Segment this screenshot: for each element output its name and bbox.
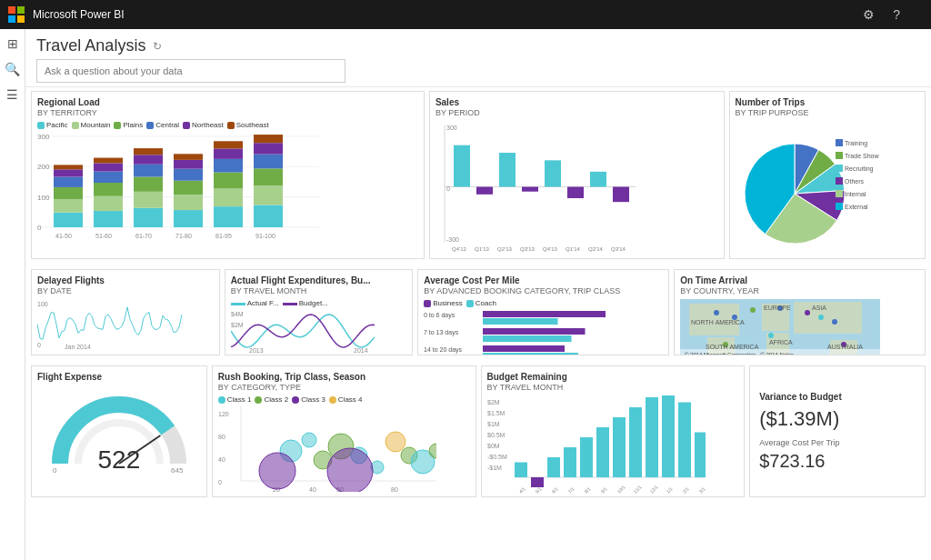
- trips-title: Number of Trips: [736, 97, 919, 107]
- refresh-icon[interactable]: ↻: [153, 40, 162, 53]
- flight-expense-card: Flight Expense 522: [31, 365, 207, 497]
- trips-chart: [736, 121, 881, 257]
- regional-load-legend: Pacific Mountain Plains Central Northeas…: [37, 121, 418, 129]
- gear-icon[interactable]: ⚙: [857, 7, 880, 22]
- variance-title: Variance to Budget: [759, 392, 916, 402]
- sales-title: Sales: [435, 97, 718, 107]
- msft-logo: [7, 5, 25, 24]
- regional-load-subtitle: BY TERRITORY: [37, 108, 418, 117]
- avg-cost-subtitle: BY ADVANCED BOOKING CATEGORY, TRIP CLASS: [424, 286, 663, 295]
- avg-cost-legend: Business Coach: [424, 299, 663, 307]
- delayed-chart: [37, 299, 183, 349]
- map-canvas: [680, 299, 880, 355]
- svg-rect-1: [17, 6, 25, 14]
- svg-rect-3: [17, 15, 25, 23]
- variance-value: ($1.39M): [759, 407, 916, 431]
- regional-load-card: Regional Load BY TERRITORY Pacific Mount…: [31, 91, 425, 259]
- avg-cost-trip-label: Average Cost Per Trip: [759, 438, 916, 447]
- flight-exp-title: Flight Expense: [37, 372, 201, 382]
- budget-large-title: Budget Remaining: [487, 372, 739, 382]
- sidebar: ⊞ 🔍 ☰: [0, 29, 25, 560]
- sidebar-search-icon[interactable]: 🔍: [5, 62, 20, 76]
- exp-title: Actual Flight Expenditures, Bu...: [231, 275, 407, 285]
- top-bar: Microsoft Power BI ⚙ ?: [0, 0, 931, 29]
- rush-subtitle: BY CATEGORY, TYPE: [218, 383, 470, 392]
- svg-rect-2: [8, 15, 15, 23]
- sidebar-nav-icon[interactable]: ☰: [6, 87, 18, 102]
- avg-cost-title: Average Cost Per Mile: [424, 275, 663, 285]
- delayed-flights-card: Delayed Flights BY DATE: [31, 269, 220, 355]
- avg-cost-card: Average Cost Per Mile BY ADVANCED BOOKIN…: [417, 269, 669, 355]
- dashboard-row-3: Flight Expense 522 Rush Booking, Trip Cl…: [31, 365, 926, 497]
- trips-card: Number of Trips BY TRIP PURPOSE: [729, 91, 926, 259]
- sales-chart: [435, 121, 636, 253]
- delayed-title: Delayed Flights: [37, 275, 214, 285]
- app-name: Microsoft Power BI: [33, 8, 125, 21]
- delayed-subtitle: BY DATE: [37, 286, 214, 295]
- rush-title: Rush Booking, Trip Class, Season: [218, 372, 470, 382]
- regional-load-title: Regional Load: [37, 97, 418, 107]
- budget-large-card: Budget Remaining BY TRAVEL MONTH: [481, 365, 746, 497]
- budget-large-subtitle: BY TRAVEL MONTH: [487, 383, 739, 392]
- sidebar-home-icon[interactable]: ⊞: [7, 36, 18, 51]
- gauge-wrapper: 522: [37, 383, 201, 483]
- trips-subtitle: BY TRIP PURPOSE: [736, 108, 919, 117]
- gauge-value: 522: [98, 445, 141, 475]
- search-input[interactable]: [36, 59, 345, 83]
- on-time-card: On Time Arrival BY COUNTRY, YEAR: [674, 269, 926, 355]
- dashboard-row-2: Delayed Flights BY DATE Actual Flight Ex…: [31, 269, 926, 355]
- rush-chart: [218, 405, 436, 492]
- dashboard: Regional Load BY TERRITORY Pacific Mount…: [25, 87, 931, 501]
- regional-load-chart: [37, 131, 319, 240]
- sales-card: Sales BY PERIOD: [429, 91, 725, 259]
- on-time-subtitle: BY COUNTRY, YEAR: [680, 286, 919, 295]
- page-header: Travel Analysis ↻: [25, 29, 931, 87]
- help-icon[interactable]: ?: [887, 7, 906, 22]
- rush-booking-card: Rush Booking, Trip Class, Season BY CATE…: [212, 365, 476, 497]
- variance-card: Variance to Budget ($1.39M) Average Cost…: [749, 365, 926, 497]
- budget-large-chart: [487, 395, 706, 495]
- svg-rect-0: [8, 6, 15, 14]
- avg-cost-trip-value: $723.16: [759, 451, 916, 472]
- exp-legend: Actual F... Budget...: [231, 299, 407, 307]
- sales-subtitle: BY PERIOD: [435, 108, 718, 117]
- dashboard-row-1: Regional Load BY TERRITORY Pacific Mount…: [31, 91, 926, 259]
- main-area: Travel Analysis ↻ Regional Load BY TERRI…: [25, 29, 931, 560]
- page-title: Travel Analysis: [36, 36, 145, 55]
- exp-subtitle: BY TRAVEL MONTH: [231, 286, 407, 295]
- exp-chart: [231, 309, 376, 353]
- expenditures-card: Actual Flight Expenditures, Bu... BY TRA…: [225, 269, 414, 355]
- on-time-title: On Time Arrival: [680, 275, 919, 285]
- avg-cost-chart: [424, 309, 624, 355]
